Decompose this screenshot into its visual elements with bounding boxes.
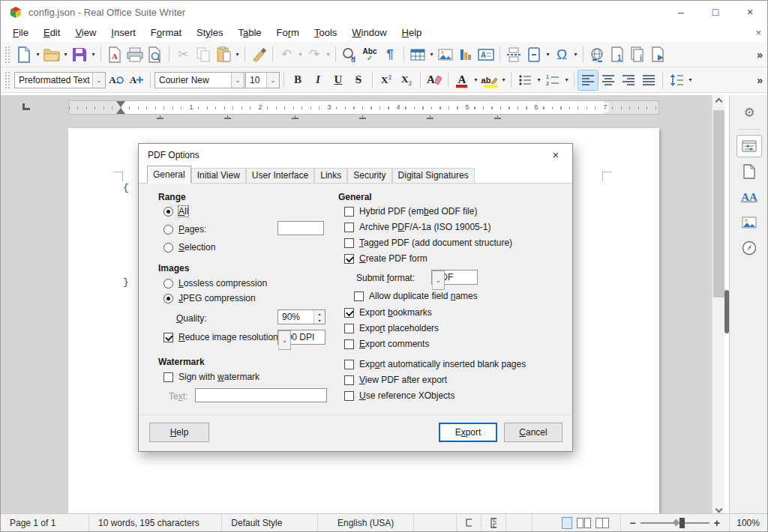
insert-field-button[interactable]: [524, 45, 544, 64]
checkbox-icon[interactable]: [344, 207, 354, 217]
menu-window[interactable]: Window: [344, 25, 394, 40]
find-replace-button[interactable]: d: [340, 45, 359, 64]
toolbar-overflow-button[interactable]: »: [757, 74, 763, 86]
menu-file[interactable]: File: [5, 25, 36, 40]
checkbox-icon[interactable]: [354, 291, 364, 301]
save-button[interactable]: [70, 45, 89, 64]
font-name-combo[interactable]: Courier New⌄: [154, 72, 244, 88]
chevron-down-icon[interactable]: ⌄: [266, 73, 279, 88]
menu-help[interactable]: Help: [394, 25, 430, 40]
clone-formatting-button[interactable]: [249, 45, 268, 64]
checkbox-icon[interactable]: [344, 339, 354, 349]
clear-formatting-button[interactable]: A: [424, 70, 444, 90]
insert-footnote-button[interactable]: 1: [608, 45, 627, 64]
print-button[interactable]: [125, 45, 145, 64]
view-pdf-after-export-checkbox[interactable]: View PDF after export: [344, 375, 447, 385]
line-spacing-dropdown-icon[interactable]: ▾: [687, 76, 694, 83]
redo-dropdown-icon[interactable]: ▾: [325, 51, 332, 58]
use-reference-xobjects-checkbox[interactable]: Use reference XObjects: [344, 390, 454, 401]
tagged-pdf-checkbox[interactable]: Tagged PDF (add document structure): [344, 238, 512, 248]
create-pdf-form-checkbox[interactable]: Create PDF form: [344, 253, 428, 264]
sidebar-styles-button[interactable]: AA: [736, 186, 762, 208]
chevron-down-icon[interactable]: ⌄: [278, 330, 291, 350]
sidebar-navigator-button[interactable]: [736, 237, 762, 259]
redo-button[interactable]: ↷: [304, 45, 324, 64]
zoom-slider[interactable]: [640, 522, 710, 524]
menu-tools[interactable]: Tools: [307, 25, 344, 40]
status-language[interactable]: English (USA): [318, 514, 413, 531]
radio-icon[interactable]: [164, 207, 173, 217]
checkbox-icon[interactable]: [344, 391, 354, 401]
status-page-count[interactable]: Page 1 of 1: [1, 514, 88, 531]
chevron-down-icon[interactable]: ⌄: [432, 270, 445, 290]
close-button[interactable]: ×: [733, 1, 767, 23]
watermark-text-input[interactable]: [195, 388, 327, 402]
undo-button[interactable]: ↶: [277, 45, 296, 64]
paste-button[interactable]: [214, 45, 233, 64]
sidebar-gallery-button[interactable]: [736, 211, 762, 234]
numbered-list-dropdown-icon[interactable]: ▾: [563, 76, 570, 83]
menu-table[interactable]: Table: [230, 25, 268, 40]
spin-up-icon[interactable]: ▴: [314, 310, 325, 317]
vertical-scrollbar[interactable]: [712, 95, 724, 515]
checkbox-icon[interactable]: [344, 223, 354, 232]
resolution-combo[interactable]: 300 DPI ⌄: [278, 330, 326, 345]
radio-icon[interactable]: [164, 243, 173, 253]
font-size-combo[interactable]: 10⌄: [245, 72, 280, 88]
font-color-button[interactable]: A: [452, 70, 472, 90]
menu-insert[interactable]: Insert: [104, 25, 143, 40]
zoom-percentage[interactable]: 100%: [730, 514, 768, 531]
radio-icon[interactable]: [164, 279, 173, 288]
align-right-button[interactable]: [619, 70, 638, 90]
status-save-state[interactable]: [482, 514, 506, 531]
checkbox-icon[interactable]: [344, 254, 354, 264]
indent-marker-bottom[interactable]: [116, 108, 125, 114]
checkbox-icon[interactable]: [344, 375, 354, 385]
line-spacing-button[interactable]: [667, 70, 686, 90]
highlight-color-button[interactable]: ab: [480, 70, 500, 90]
insert-textbox-button[interactable]: A: [476, 45, 496, 64]
checkbox-icon[interactable]: [164, 372, 173, 382]
range-selection-radio[interactable]: Selection: [164, 242, 215, 253]
insert-endnote-button[interactable]: i: [628, 45, 647, 64]
bullet-list-dropdown-icon[interactable]: ▾: [536, 76, 542, 83]
strikethrough-button[interactable]: S: [349, 70, 368, 90]
copy-button[interactable]: [194, 45, 213, 64]
sidebar-page-button[interactable]: [736, 160, 762, 183]
numbered-list-button[interactable]: 12: [543, 70, 562, 90]
insert-hyperlink-button[interactable]: [587, 45, 607, 64]
scrollbar-thumb[interactable]: [713, 110, 724, 297]
paragraph-style-combo[interactable]: Preformatted Text⌄: [14, 72, 106, 88]
superscript-button[interactable]: X2: [376, 70, 396, 90]
menu-form[interactable]: Form: [269, 25, 307, 40]
insert-table-button[interactable]: [408, 45, 428, 64]
bold-button[interactable]: B: [288, 70, 308, 90]
font-color-dropdown-icon[interactable]: ▾: [472, 76, 479, 83]
checkbox-icon[interactable]: [344, 324, 354, 333]
submit-format-combo[interactable]: FDF ⌄: [431, 270, 478, 285]
radio-icon[interactable]: [164, 294, 173, 303]
insert-cross-reference-button[interactable]: [648, 45, 668, 64]
new-style-button[interactable]: A: [127, 70, 146, 90]
update-style-button[interactable]: A: [106, 70, 126, 90]
maximize-button[interactable]: □: [698, 1, 733, 23]
paste-dropdown-icon[interactable]: ▾: [234, 51, 241, 58]
open-button[interactable]: [42, 45, 62, 64]
toolbar-overflow-button[interactable]: »: [757, 49, 763, 61]
export-comments-checkbox[interactable]: Export comments: [344, 339, 429, 349]
reduce-resolution-checkbox[interactable]: Reduce image resolution: [164, 332, 278, 342]
quality-spinner[interactable]: 90% ▴▾: [278, 309, 326, 324]
new-document-button[interactable]: [14, 45, 34, 64]
italic-button[interactable]: I: [308, 70, 328, 90]
book-view-button[interactable]: [596, 518, 609, 528]
radio-icon[interactable]: [164, 225, 173, 235]
zoom-out-button[interactable]: −: [630, 517, 636, 529]
export-pdf-button[interactable]: A: [105, 45, 124, 64]
dialog-close-icon[interactable]: ×: [548, 148, 563, 161]
sign-watermark-checkbox[interactable]: Sign with watermark: [164, 372, 260, 382]
subscript-button[interactable]: X2: [397, 70, 416, 90]
range-all-radio[interactable]: All: [164, 206, 188, 217]
toolbar-grip[interactable]: [5, 72, 10, 88]
status-insert-mode[interactable]: [457, 514, 481, 531]
menu-styles[interactable]: Styles: [189, 25, 230, 40]
